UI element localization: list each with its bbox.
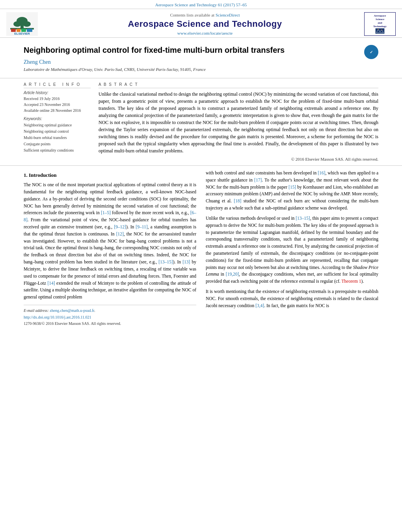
intro-para-1: The NOC is one of the most important pra… (24, 182, 196, 301)
svg-point-5 (23, 21, 31, 27)
svg-point-4 (13, 21, 21, 27)
paper-title: Neighboring optimal control for fixed-ti… (24, 45, 359, 55)
email-label: E-mail address: (24, 308, 50, 313)
footnote-area: E-mail address: zheng.chen@math.u-psud.f… (24, 305, 196, 327)
journal-center: Contents lists available at ScienceDirec… (46, 13, 364, 35)
ref-13[interactable]: [13] (182, 260, 190, 264)
copyright-text: © 2016 Elsevier Masson SAS. All rights r… (99, 157, 378, 161)
keyword-3: Multi-burn orbital transfers (24, 135, 91, 141)
ref-12[interactable]: [12] (116, 232, 124, 236)
svg-rect-6 (11, 29, 16, 32)
keyword-2: Neighboring optimal control (24, 128, 91, 135)
svg-point-14 (382, 30, 382, 30)
ref-13-15[interactable]: [13–15] (158, 260, 173, 264)
journal-title: Aerospace Science and Technology (46, 19, 364, 29)
ref-1-5[interactable]: [1–5] (101, 210, 111, 215)
email-link[interactable]: zheng.chen@math.u-psud.fr (50, 308, 94, 313)
svg-rect-7 (17, 29, 20, 32)
article-history-label: Article history: (24, 91, 91, 95)
ref-9-12[interactable]: [9–12] (114, 224, 126, 229)
journal-citation-text: Aerospace Science and Technology 61 (201… (155, 2, 247, 7)
journal-header: ELSEVIER Contents lists available at Sci… (0, 9, 402, 38)
body-area: 1. Introduction The NOC is one of the mo… (0, 166, 402, 330)
sciencedirect-link[interactable]: ScienceDirect (216, 13, 240, 17)
affiliation: Laboratoire de Mathématiques d'Orsay, Un… (24, 67, 378, 72)
abstract-heading: A B S T R A C T (99, 82, 378, 88)
article-info-panel: A R T I C L E I N F O Article history: R… (24, 82, 91, 161)
journal-logo-line1: Aerospace (373, 14, 387, 18)
right-para-2: Unlike the various methods developed or … (206, 215, 378, 285)
crossmark-badge[interactable]: ✓ (364, 45, 378, 59)
right-para-1: with both control and state constraints … (206, 170, 378, 212)
body-col-right: with both control and state constraints … (206, 170, 378, 326)
article-info-heading: A R T I C L E I N F O (24, 82, 91, 88)
author-name: Zheng Chen (24, 59, 378, 65)
issn-text: 1270-9638/© 2016 Elsevier Masson SAS. Al… (24, 321, 196, 327)
body-two-col: 1. Introduction The NOC is one of the mo… (24, 170, 378, 326)
doi-link[interactable]: http://dx.doi.org/10.1016/j.ast.2016.11.… (24, 314, 196, 321)
journal-url: www.elsevier.com/locate/aescte (46, 31, 364, 35)
ref-9-11[interactable]: [9–11] (136, 224, 147, 229)
journal-logo-box: Aerospace Science and Technology (364, 12, 396, 36)
article-dates: Received 19 July 2016 Accepted 23 Novemb… (24, 96, 91, 113)
contents-label: Contents lists available at ScienceDirec… (46, 13, 364, 17)
ref-14[interactable]: [14] (47, 281, 55, 285)
keyword-5: Sufficient optimality conditions (24, 147, 91, 154)
ref-15[interactable]: [15] (288, 185, 296, 189)
theorem-1-link[interactable]: Theorem 1 (341, 279, 361, 284)
svg-text:✓: ✓ (370, 50, 373, 54)
email-footnote: E-mail address: zheng.chen@math.u-psud.f… (24, 308, 196, 314)
keywords-list: Neighboring optimal guidance Neighboring… (24, 122, 91, 154)
ref-13-15-b[interactable]: [13–15] (296, 216, 310, 221)
keyword-1: Neighboring optimal guidance (24, 122, 91, 128)
abstract-text: Unlike the classical variational method … (99, 91, 378, 154)
received-date: Received 19 July 2016 (24, 96, 91, 102)
intro-section-title: 1. Introduction (24, 171, 196, 179)
svg-text:ELSEVIER: ELSEVIER (14, 32, 30, 35)
paper-header: Neighboring optimal control for fixed-ti… (0, 38, 402, 78)
available-date: Available online 28 November 2016 (24, 108, 91, 113)
journal-logo-line2: Science (373, 18, 387, 21)
svg-rect-8 (21, 29, 26, 32)
accepted-date: Accepted 23 November 2016 (24, 102, 91, 108)
ref-3-4[interactable]: [3,4] (255, 303, 264, 308)
ref-19-20[interactable]: [19,20] (226, 272, 239, 276)
body-col-left: 1. Introduction The NOC is one of the mo… (24, 170, 196, 326)
svg-point-13 (378, 29, 379, 30)
ref-18[interactable]: [18] (234, 198, 241, 203)
svg-rect-9 (27, 29, 32, 32)
journal-logo-graphic (370, 28, 390, 34)
abstract-panel: A B S T R A C T Unlike the classical var… (99, 82, 378, 161)
elsevier-logo: ELSEVIER (6, 12, 38, 36)
journal-citation-bar: Aerospace Science and Technology 61 (201… (0, 0, 402, 9)
right-para-3: It is worth mentioning that the existenc… (206, 288, 378, 309)
article-info-abstract-section: A R T I C L E I N F O Article history: R… (0, 78, 402, 166)
journal-logo-line4: Technology (373, 25, 387, 28)
keywords-label: Keywords: (24, 117, 91, 121)
journal-logo-line3: and (373, 21, 387, 25)
keyword-4: Conjugate points (24, 141, 91, 147)
ref-16[interactable]: [16] (318, 171, 325, 175)
ref-17[interactable]: [17] (254, 178, 262, 182)
